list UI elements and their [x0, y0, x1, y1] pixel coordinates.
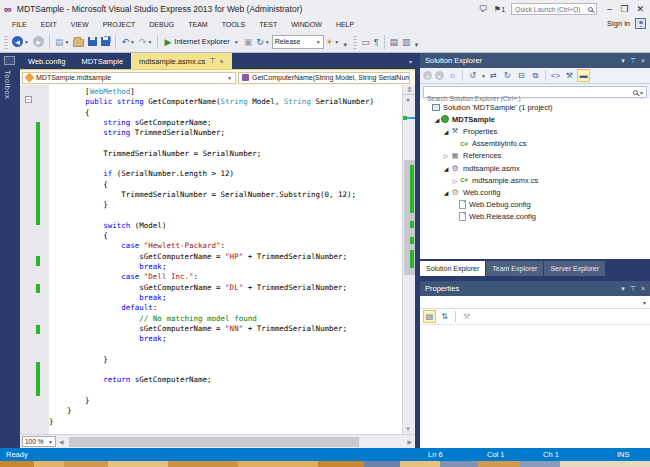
splitter-grip-icon[interactable]: ⇕: [403, 85, 415, 95]
menu-item-file[interactable]: FILE: [6, 18, 33, 31]
tab-solution-explorer[interactable]: Solution Explorer: [420, 261, 485, 276]
solution-search-box[interactable]: ▼: [423, 86, 647, 98]
open-file-icon[interactable]: [71, 33, 86, 51]
tree-item-mdtsample-asmx-cs[interactable]: ▷C#mdtsample.asmx.cs: [420, 174, 650, 186]
pin-icon[interactable]: ⊤: [209, 57, 215, 65]
new-file-icon[interactable]: ▤▼: [53, 33, 71, 51]
menu-item-debug[interactable]: DEBUG: [143, 18, 180, 31]
tree-item-references[interactable]: ▷▦References: [420, 150, 650, 162]
solution-search-input[interactable]: [424, 93, 646, 103]
pin-icon[interactable]: ⊤: [630, 57, 636, 65]
menu-item-help[interactable]: HELP: [330, 18, 360, 31]
expander-icon[interactable]: ◢: [442, 128, 450, 135]
refresh-icon[interactable]: ↻: [501, 69, 514, 82]
menu-item-project[interactable]: PROJECT: [97, 18, 142, 31]
forward-circle-icon[interactable]: ▸: [435, 71, 444, 80]
scroll-up-icon[interactable]: ▲: [405, 96, 411, 102]
notifications-flag-icon[interactable]: ⚑1: [494, 5, 506, 14]
properties-icon[interactable]: ⚒: [563, 69, 576, 82]
quick-launch-box[interactable]: [511, 3, 597, 15]
toolbar-overflow-icon[interactable]: ▼: [342, 42, 348, 48]
comment-icon[interactable]: ▤: [388, 33, 401, 51]
tree-item-web-release-config[interactable]: Web.Release.config: [420, 211, 650, 223]
attach-icon[interactable]: ▣: [242, 33, 255, 51]
show-all-files-icon[interactable]: ⧉: [529, 69, 542, 82]
menu-item-tools[interactable]: TOOLS: [216, 18, 252, 31]
menu-item-view[interactable]: VIEW: [65, 18, 95, 31]
properties-header[interactable]: Properties ▾ ⊤ ×: [420, 281, 650, 296]
close-icon[interactable]: ×: [219, 58, 223, 65]
document-tab-web-config[interactable]: Web.config: [20, 53, 73, 69]
window-menu-icon[interactable]: ▾: [621, 285, 625, 293]
quick-launch-input[interactable]: [515, 4, 586, 14]
navigate-backward-icon[interactable]: ◂▼: [10, 33, 31, 51]
tab-server-explorer[interactable]: Server Explorer: [544, 261, 605, 276]
menu-item-team[interactable]: TEAM: [182, 18, 213, 31]
save-icon[interactable]: [86, 33, 99, 51]
code-editor[interactable]: − [WebMethod] public string GetComputerN…: [20, 85, 415, 434]
scroll-left-icon[interactable]: ◀: [59, 438, 64, 445]
sync-with-active-document-icon[interactable]: ⇄: [487, 69, 500, 82]
document-tab-mdtsample-asmx-cs[interactable]: mdtsample.asmx.cs⊤×: [131, 53, 231, 69]
toolbox-tab[interactable]: Toolbox: [3, 70, 12, 99]
undo-icon[interactable]: ↶▼: [119, 33, 137, 51]
home-icon[interactable]: ⌂: [446, 69, 459, 82]
preview-selected-items-toggle[interactable]: ▬: [577, 69, 590, 82]
expander-icon[interactable]: ▷: [451, 177, 459, 184]
tab-team-explorer[interactable]: Team Explorer: [486, 261, 543, 276]
pilcrow-icon[interactable]: ¶: [372, 33, 381, 51]
expander-icon[interactable]: ◢: [442, 165, 450, 172]
document-tab-mdtsample[interactable]: MDTSample: [73, 53, 131, 69]
expander-icon[interactable]: ▷: [442, 152, 450, 159]
solution-explorer-header[interactable]: Solution Explorer ▾ ⊤ ×: [420, 53, 650, 68]
toolbar-grip[interactable]: [353, 35, 357, 49]
navigate-forward-icon[interactable]: ▸: [31, 33, 46, 51]
scrollbar-thumb[interactable]: [69, 437, 359, 447]
type-selector-dropdown[interactable]: MDTSample.mdtsample ▼: [22, 72, 236, 84]
feedback-icon[interactable]: 🗩: [479, 4, 488, 14]
categorized-view-button[interactable]: ▤: [423, 310, 436, 323]
member-selector-dropdown[interactable]: GetComputerName(String Model, String Ser…: [238, 72, 410, 84]
view-code-icon[interactable]: <>: [549, 69, 562, 82]
scroll-right-icon[interactable]: ▶: [407, 438, 412, 445]
sign-in-link[interactable]: Sign in: [607, 19, 630, 28]
menu-item-window[interactable]: WINDOW: [285, 18, 328, 31]
toolbar-overflow-icon[interactable]: ▼: [414, 42, 420, 48]
close-icon[interactable]: ×: [641, 285, 645, 293]
uncomment-icon[interactable]: ▥: [400, 33, 413, 51]
back-circle-icon[interactable]: ◂: [423, 71, 432, 80]
minimize-button[interactable]: –: [607, 4, 612, 14]
alphabetical-sort-button[interactable]: ⇅: [438, 310, 451, 323]
properties-object-dropdown[interactable]: ▾: [420, 296, 650, 309]
run-button[interactable]: ▶Internet Explorer▼: [161, 33, 241, 51]
build-configuration-dropdown[interactable]: Release▼: [272, 35, 324, 49]
tree-item-assemblyinfo-cs[interactable]: C#AssemblyInfo.cs: [420, 138, 650, 150]
pin-icon[interactable]: ⊤: [630, 285, 636, 293]
account-icon[interactable]: [635, 18, 646, 29]
menu-item-test[interactable]: TEST: [253, 18, 283, 31]
tree-item-mdtsample-asmx[interactable]: ◢⚙mdtsample.asmx: [420, 162, 650, 174]
frame-icon[interactable]: ▭: [359, 33, 372, 51]
horizontal-scrollbar[interactable]: [67, 437, 405, 447]
tree-item-properties[interactable]: ◢⚒Properties: [420, 125, 650, 137]
tree-item-mdtsample[interactable]: ◢MDTSample: [420, 113, 650, 125]
window-menu-icon[interactable]: ▾: [621, 57, 625, 65]
zoom-level-dropdown[interactable]: 100 % ▼: [22, 436, 56, 447]
toolbar-grip[interactable]: [4, 35, 8, 49]
tab-list-chevron-icon[interactable]: ▾: [409, 58, 412, 65]
menu-item-edit[interactable]: EDIT: [35, 18, 63, 31]
tree-item-web-debug-config[interactable]: Web.Debug.config: [420, 199, 650, 211]
browser-refresh-icon[interactable]: ↻▼: [254, 33, 272, 51]
expander-icon[interactable]: ◢: [433, 116, 441, 123]
redo-icon[interactable]: ↷▼: [137, 33, 155, 51]
web-profiler-icon[interactable]: ✦▼: [324, 33, 342, 51]
tree-item-web-config[interactable]: ◢⚙Web.config: [420, 186, 650, 198]
restore-button[interactable]: ❐: [620, 4, 628, 14]
vertical-scrollbar[interactable]: ⇕ ▲ ▼: [402, 85, 415, 434]
pending-changes-filter-icon[interactable]: ↺: [466, 69, 479, 82]
scroll-down-icon[interactable]: ▼: [405, 426, 411, 432]
close-button[interactable]: ✕: [636, 4, 644, 14]
expander-icon[interactable]: ◢: [442, 189, 450, 196]
close-icon[interactable]: ×: [641, 57, 645, 65]
collapse-region-toggle[interactable]: −: [25, 96, 32, 103]
